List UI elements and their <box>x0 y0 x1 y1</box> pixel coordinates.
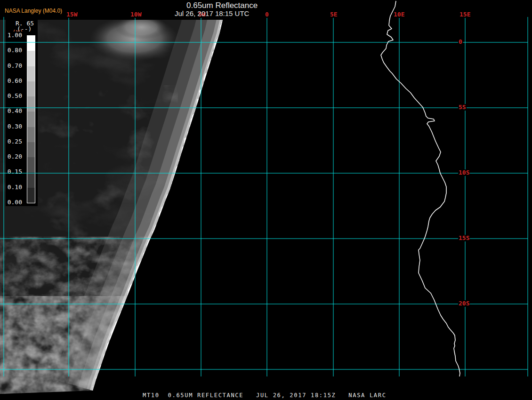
latitude-label: 10S <box>458 169 470 176</box>
colorbar-segment <box>27 51 35 66</box>
cloud-speckle-texture <box>0 301 141 400</box>
colorbar-tick-label: 0.60 <box>7 77 23 85</box>
colorbar-tick-label: 0.20 <box>7 153 23 160</box>
colorbar-segment <box>27 188 35 203</box>
colorbar-segment <box>27 157 35 172</box>
colorbar-tick-label: 0.50 <box>7 92 23 100</box>
colorbar-tick-label: 0.15 <box>7 168 23 176</box>
geo-labels-layer: 15W10W5W05E10E15E05S10S15S20S <box>0 0 532 400</box>
scan-edge-cloud-band <box>93 20 223 391</box>
colorbar-segment <box>27 172 35 187</box>
latlon-grid-canvas <box>0 0 532 400</box>
colorbar-segment <box>27 66 35 81</box>
satellite-image-canvas <box>0 0 532 400</box>
header: NASA Langley (M04.0) 0.65um Reflectance … <box>0 0 532 28</box>
colorbar-segment <box>27 112 35 127</box>
cloud-speckle-texture <box>0 245 165 400</box>
colorbar-segment <box>27 142 35 157</box>
scan-edge-cloud-band <box>93 20 223 391</box>
caption-bar: MT10 0.65UM REFLECTANCE JUL 26, 2017 18:… <box>143 392 387 399</box>
colorbar-tick-label: 0.40 <box>7 107 23 115</box>
coastline <box>381 1 460 376</box>
latitude-label: 0 <box>458 39 463 45</box>
colorbar-tick-label: 1.00 <box>7 32 23 39</box>
datetime-label: Jul 26, 2017 18:15 UTC <box>175 9 249 17</box>
colorbar-segment <box>27 96 35 112</box>
latitude-label: 5S <box>458 104 467 111</box>
colorbar-tick-label: 0.80 <box>7 47 23 54</box>
colorbar-tick-label: 0.30 <box>7 123 23 130</box>
satellite-viewer: R. 65 (--) (K) 1.000.800.700.600.500.400… <box>0 0 532 400</box>
colorbar-segment <box>27 127 35 142</box>
scan-edge-cloud-band <box>93 20 223 391</box>
colorbar-tick-label: 0.70 <box>7 62 23 70</box>
colorbar-segment <box>27 81 35 96</box>
agency-label: NASA Langley (M04.0) <box>5 8 62 14</box>
page-title: 0.65um Reflectance <box>186 1 258 10</box>
colorbar-tick-label: 0.25 <box>7 138 23 145</box>
scan-edge-cloud-band <box>93 20 223 391</box>
latitude-label: 15S <box>458 235 470 241</box>
colorbar-tick-label: 0.00 <box>7 199 23 206</box>
colorbar-scale <box>27 35 35 203</box>
scan-edge-cloud-band <box>93 20 223 391</box>
colorbar-tick-label: 0.10 <box>7 184 23 191</box>
colorbar: R. 65 (--) (K) 1.000.800.700.600.500.400… <box>6 20 38 206</box>
colorbar-segment <box>27 36 35 51</box>
latitude-label: 20S <box>458 300 470 307</box>
scan-edge-bright-rim <box>93 20 223 391</box>
